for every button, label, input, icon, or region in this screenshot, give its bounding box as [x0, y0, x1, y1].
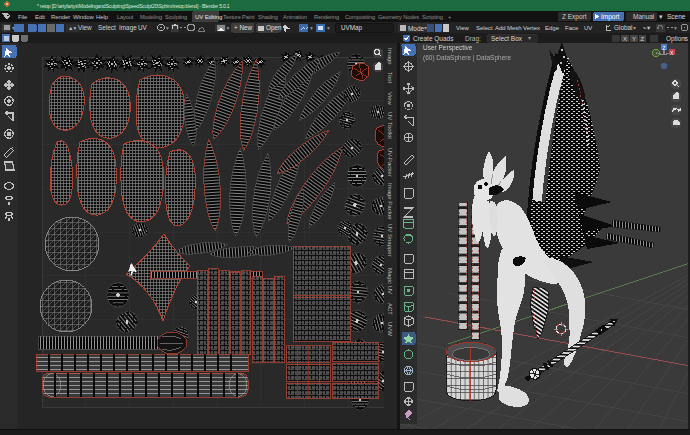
svg-text:Select Box: Select Box	[491, 35, 523, 42]
svg-text:Face: Face	[565, 25, 579, 31]
svg-text:Texture Paint: Texture Paint	[223, 14, 255, 20]
svg-text:▾: ▾	[633, 25, 636, 31]
svg-text:⌁▾: ⌁▾	[643, 24, 651, 31]
svg-text:Global: Global	[614, 24, 632, 31]
svg-text:Tool: Tool	[387, 72, 393, 83]
svg-text:Image: Image	[119, 24, 137, 32]
svg-text:Edge: Edge	[545, 25, 560, 31]
svg-text:View: View	[387, 92, 393, 106]
svg-text:Mode: Mode	[408, 25, 424, 32]
svg-text:Image Packer: Image Packer	[387, 183, 393, 220]
svg-text:▾: ▾	[684, 35, 687, 41]
svg-text:Drag:: Drag:	[465, 35, 481, 43]
svg-text:UVW: UVW	[387, 322, 393, 336]
svg-text:(60) DataSphere | DataSphere: (60) DataSphere | DataSphere	[423, 54, 511, 62]
svg-text:Create Quads: Create Quads	[413, 35, 454, 43]
svg-text:Add: Add	[495, 25, 506, 31]
svg-text:Z: Z	[641, 36, 645, 42]
svg-text:Rendering: Rendering	[314, 14, 339, 20]
svg-text:Shading: Shading	[258, 14, 278, 20]
svg-text:▲▾: ▲▾	[68, 25, 76, 31]
svg-text:Import: Import	[601, 13, 620, 21]
svg-text:▾: ▾	[659, 13, 663, 20]
svg-text:Magic UV: Magic UV	[387, 268, 393, 294]
svg-text:▾: ▾	[227, 25, 230, 31]
svg-text:+ New: + New	[234, 24, 252, 31]
svg-text:Compositing: Compositing	[345, 14, 375, 20]
svg-text:UV-Packer: UV-Packer	[387, 148, 393, 177]
svg-text:Render: Render	[51, 14, 70, 20]
svg-text:View: View	[78, 24, 92, 31]
svg-text:Vertex: Vertex	[523, 25, 540, 31]
svg-text:View: View	[456, 25, 470, 31]
svg-text:▾: ▾	[424, 25, 427, 31]
svg-text:File: File	[18, 14, 28, 20]
svg-text:ACT: ACT	[387, 303, 393, 315]
svg-text:Manual: Manual	[633, 13, 655, 20]
svg-text:X: X	[623, 36, 627, 42]
svg-text:Window: Window	[73, 14, 95, 20]
svg-text:Open: Open	[266, 24, 282, 32]
svg-text:▾: ▾	[327, 25, 330, 31]
svg-text:UV Toolkit: UV Toolkit	[387, 112, 393, 139]
svg-text:Sculpting: Sculpting	[165, 14, 187, 20]
svg-text:Scripting: Scripting	[422, 14, 443, 20]
svg-text:UV: UV	[138, 24, 148, 31]
svg-text:Help: Help	[96, 14, 109, 20]
svg-text:Geometry Nodes: Geometry Nodes	[378, 14, 419, 20]
svg-text:Layout: Layout	[117, 14, 134, 20]
svg-text:Z Export: Z Export	[562, 13, 587, 21]
svg-text:▾: ▾	[674, 25, 677, 31]
svg-text:Edit: Edit	[35, 14, 45, 20]
svg-text:Animation: Animation	[283, 14, 307, 20]
svg-text:Mesh: Mesh	[507, 25, 522, 31]
svg-text:Modeling: Modeling	[140, 14, 162, 20]
svg-text:▾: ▾	[166, 25, 169, 31]
svg-text:+: +	[448, 14, 451, 20]
svg-text:Z: Z	[663, 45, 666, 51]
svg-text:UVMap: UVMap	[341, 24, 362, 32]
svg-text:▾: ▾	[310, 25, 313, 31]
svg-text:* retop [D:\artyfartys\Modelin: * retop [D:\artyfartys\ModelingandSculpt…	[37, 3, 230, 9]
svg-text:▾: ▾	[528, 35, 531, 41]
svg-text:UV: UV	[584, 25, 592, 31]
svg-text:Scene: Scene	[667, 13, 686, 20]
svg-text:Select: Select	[476, 25, 493, 31]
svg-text:UV Editing: UV Editing	[195, 14, 222, 20]
svg-text:Select: Select	[98, 24, 116, 31]
svg-text:Y: Y	[632, 36, 636, 42]
svg-text:Image: Image	[387, 48, 393, 65]
svg-text:User Perspective: User Perspective	[423, 44, 473, 52]
svg-text:UV Snapper: UV Snapper	[387, 224, 393, 257]
